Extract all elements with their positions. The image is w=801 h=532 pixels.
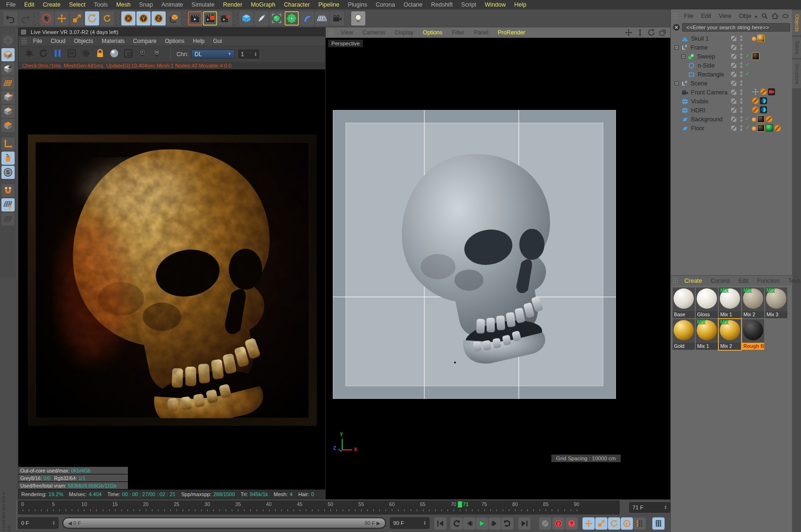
- expander-icon[interactable]: −: [681, 54, 685, 59]
- no-sign-icon[interactable]: [752, 97, 759, 104]
- menu-item-help[interactable]: Help: [510, 0, 531, 9]
- channel-count-field[interactable]: 1: [238, 50, 259, 59]
- live-viewer-menu-objects[interactable]: Objects: [70, 38, 98, 44]
- material-tag-dot[interactable]: [752, 118, 756, 122]
- goto-end-button[interactable]: [518, 517, 531, 530]
- object-row-rectangle[interactable]: Rectangle✓: [671, 70, 792, 79]
- half-moon-icon[interactable]: [760, 97, 767, 104]
- bend-deformer-button[interactable]: [300, 11, 314, 25]
- lock-z-axis-button[interactable]: Z: [152, 11, 166, 25]
- snapping-button[interactable]: [1, 184, 15, 197]
- viewport-canvas[interactable]: Perspective Y X: [326, 38, 670, 499]
- object-row-hdri[interactable]: HDRI: [671, 106, 792, 115]
- menu-item-octane[interactable]: Octane: [399, 0, 427, 9]
- timeline-ruler[interactable]: 05101520253035404550556065707580859071: [18, 500, 620, 515]
- layer-toggle[interactable]: [731, 36, 736, 41]
- lock-y-axis-button[interactable]: Y: [136, 11, 151, 25]
- visibility-dots[interactable]: [740, 35, 742, 41]
- visibility-dots[interactable]: [740, 53, 742, 59]
- side-tab-takes[interactable]: Takes: [792, 37, 801, 58]
- channel-dropdown[interactable]: DL▼: [191, 50, 235, 59]
- layer-toggle[interactable]: [731, 108, 736, 113]
- object-row-scene[interactable]: −L0Scene: [671, 79, 792, 88]
- object-row-front-camera[interactable]: Front Camera: [671, 88, 792, 97]
- visibility-dots[interactable]: [740, 62, 742, 68]
- home-icon[interactable]: [771, 12, 779, 20]
- layer-toggle[interactable]: [731, 117, 736, 122]
- palette-grip[interactable]: [329, 29, 334, 36]
- lock-x-axis-button[interactable]: X: [121, 11, 135, 25]
- menu-item-file[interactable]: File: [2, 0, 20, 9]
- menu-item-snap[interactable]: Snap: [135, 0, 157, 9]
- render-view-button[interactable]: [188, 11, 202, 25]
- viewport-menu-filter[interactable]: Filter: [447, 29, 469, 36]
- coordinate-system-button[interactable]: [167, 11, 181, 25]
- current-frame-field[interactable]: 71 F: [629, 502, 670, 513]
- live-viewer-menu-gui[interactable]: Gui: [209, 38, 226, 44]
- floor-object-button[interactable]: [315, 11, 329, 25]
- goto-previous-frame-button[interactable]: [463, 517, 475, 530]
- menu-item-simulate[interactable]: Simulate: [187, 0, 219, 9]
- menu-item-select[interactable]: Select: [65, 0, 90, 9]
- add-cube-primitive-button[interactable]: [239, 11, 253, 25]
- focus-picker-button[interactable]: F: [136, 48, 149, 60]
- object-row-frame[interactable]: −L0Frame: [671, 43, 792, 52]
- visibility-dots[interactable]: [740, 44, 742, 50]
- material-gloss[interactable]: Gloss: [696, 287, 718, 318]
- side-tab-objects[interactable]: Objects: [792, 10, 801, 35]
- material-rough-b[interactable]: Rough B: [742, 319, 764, 350]
- viewport-menu-display[interactable]: Display: [390, 29, 418, 36]
- material-tab-textur[interactable]: Textur: [784, 278, 801, 284]
- stepper-arrows-icon[interactable]: [423, 521, 426, 525]
- key-parameter-button[interactable]: P: [621, 517, 633, 530]
- solo-animation-button[interactable]: [652, 517, 665, 530]
- viewport-interaction-button[interactable]: [1, 152, 15, 165]
- rotate-view-icon[interactable]: [648, 29, 655, 36]
- target-icon[interactable]: [752, 88, 759, 95]
- lock-resolution-button[interactable]: [94, 48, 106, 60]
- last-used-tool-button[interactable]: [100, 11, 114, 25]
- menu-item-mesh[interactable]: Mesh: [112, 0, 135, 9]
- live-viewer-titlebar[interactable]: Live Viewer VR 3.07-R2 (4 days left): [18, 28, 325, 36]
- rotate-tool-button[interactable]: [85, 11, 99, 25]
- start-frame-field[interactable]: 0 F: [18, 517, 59, 529]
- play-forward-button[interactable]: [476, 517, 488, 530]
- material-tab-function[interactable]: Function: [753, 278, 784, 284]
- viewport-menu-cameras[interactable]: Cameras: [358, 29, 390, 36]
- object-manager-menu-obje[interactable]: Obje: [735, 13, 755, 19]
- key-position-button[interactable]: [582, 517, 595, 530]
- enable-axis-button[interactable]: [1, 137, 15, 151]
- key-rotation-button[interactable]: [608, 517, 620, 530]
- viewport-menu-prorender[interactable]: ProRender: [493, 29, 530, 36]
- pan-view-icon[interactable]: [625, 29, 632, 36]
- menu-item-pipeline[interactable]: Pipeline: [314, 0, 343, 9]
- goto-next-frame-button[interactable]: [489, 517, 501, 530]
- enabled-check-icon[interactable]: ✓: [745, 61, 750, 68]
- stepper-arrows-icon[interactable]: [52, 521, 55, 525]
- goto-next-key-button[interactable]: [501, 517, 514, 530]
- render-settings-button[interactable]: [80, 48, 92, 60]
- material-tag-dot[interactable]: [752, 127, 756, 131]
- object-row-floor[interactable]: Floor✓: [671, 124, 792, 133]
- object-search-input[interactable]: <<Enter your search string here>>: [682, 23, 790, 32]
- key-scale-button[interactable]: [595, 517, 607, 530]
- menu-item-character[interactable]: Character: [280, 0, 314, 9]
- material-mix-1[interactable]: MIXMix 1: [719, 287, 741, 318]
- object-manager-menu-edit[interactable]: Edit: [697, 13, 715, 19]
- material-mix-2[interactable]: MIXMix 2: [719, 319, 741, 350]
- mograph-cloner-button[interactable]: [285, 11, 299, 25]
- side-tab-structure[interactable]: Structure: [792, 59, 801, 88]
- layer-toggle[interactable]: [731, 45, 736, 50]
- autokeying-button[interactable]: [552, 517, 565, 530]
- layer-toggle[interactable]: [731, 90, 736, 95]
- layer-toggle[interactable]: [731, 63, 736, 68]
- render-canvas[interactable]: Out-of-core used/max:0Kb/4GbGrey8/16:0/0…: [18, 69, 325, 499]
- pause-render-button[interactable]: [51, 48, 64, 60]
- edit-render-settings-button[interactable]: [218, 11, 232, 25]
- menu-item-plugins[interactable]: Plugins: [344, 0, 371, 9]
- no-sign-icon[interactable]: [766, 116, 773, 123]
- menu-overflow-icon[interactable]: ▸: [755, 14, 758, 19]
- no-sign-icon[interactable]: [774, 125, 781, 132]
- visibility-dots[interactable]: [740, 98, 742, 104]
- palette-grip[interactable]: [21, 38, 27, 44]
